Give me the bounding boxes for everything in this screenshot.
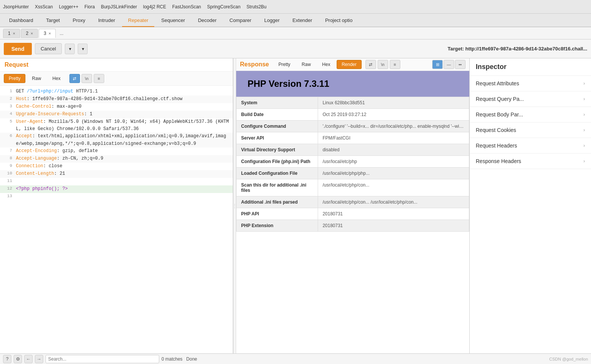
inspector-section[interactable]: Request Headers› xyxy=(470,138,591,154)
nav-repeater[interactable]: Repeater xyxy=(122,14,154,27)
search-input[interactable] xyxy=(45,355,159,363)
plugin-xssscan[interactable]: XssScan xyxy=(35,4,53,9)
nav-sequencer[interactable]: Sequencer xyxy=(155,14,191,27)
tab-bar: 1 × 2 × 3 × ... xyxy=(0,27,591,39)
php-table-row: Build DateOct 25 2019 03:27:12 xyxy=(237,109,469,121)
watermark: CSDN @god_mellon xyxy=(549,357,588,361)
tab-2-close[interactable]: × xyxy=(31,31,33,36)
bottom-bar: ? ⚙ ← → 0 matches Done CSDN @god_mellon xyxy=(0,353,591,364)
php-table-key: Virtual Directory Support xyxy=(237,144,318,156)
response-format-icon[interactable]: ⇄ xyxy=(365,60,376,69)
inspector-section[interactable]: Request Body Par...› xyxy=(470,107,591,122)
inspector-section[interactable]: Response Headers› xyxy=(470,154,591,169)
request-code-area[interactable]: 1GET /?url=php://input HTTP/1.12Host: 1f… xyxy=(0,86,233,353)
response-tab-hex[interactable]: Hex xyxy=(317,60,335,69)
repeater-tab-1[interactable]: 1 × xyxy=(3,29,20,38)
code-line: 8Accept-Language: zh-CN, zh;q=0.9 xyxy=(0,155,233,163)
php-table-value: disabled xyxy=(318,144,469,156)
php-table-key: PHP API xyxy=(237,208,318,220)
prev-match-icon[interactable]: ← xyxy=(24,355,33,363)
php-table-value: /usr/local/etc/php/php... xyxy=(318,168,469,179)
nav-back-button[interactable]: ▾ xyxy=(65,44,75,54)
line-content: User-Agent: Mozilla/5.0 (Windows NT 10.0… xyxy=(16,118,230,133)
code-line: 9Connection: close xyxy=(0,163,233,170)
nav-decoder[interactable]: Decoder xyxy=(192,14,223,27)
toggle-horizontal-view[interactable]: — xyxy=(444,60,454,69)
code-line: 11 xyxy=(0,178,233,185)
chevron-right-icon: › xyxy=(583,81,585,86)
inspector-section[interactable]: Request Attributes› xyxy=(470,76,591,91)
repeater-tab-2[interactable]: 2 × xyxy=(21,29,38,38)
line-content: Accept-Language: zh-CN, zh;q=0.9 xyxy=(16,155,103,163)
nav-extender[interactable]: Extender xyxy=(287,14,318,27)
inspector-section[interactable]: Request Query Pa...› xyxy=(470,91,591,107)
tab-2-label: 2 xyxy=(26,31,28,36)
inspector-section-label: Request Query Pa... xyxy=(476,96,524,102)
php-table-row: Scan this dir for additional .ini files/… xyxy=(237,179,469,196)
drag-handle[interactable]: ⋮ xyxy=(233,58,236,353)
request-menu-icon[interactable]: ≡ xyxy=(94,74,104,83)
inspector-section[interactable]: Request Cookies› xyxy=(470,122,591,138)
repeater-tab-3[interactable]: 3 × xyxy=(39,29,56,38)
nav-dashboard[interactable]: Dashboard xyxy=(3,14,39,27)
inspector-section-label: Request Body Par... xyxy=(476,111,523,118)
code-line: 7Accept-Encoding: gzip, deflate xyxy=(0,147,233,155)
render-view: PHP Version 7.3.11 SystemLinux 628bbc38d… xyxy=(236,71,469,353)
php-table-row: Configure Command'./configure' '--build=… xyxy=(237,121,469,132)
nav-target[interactable]: Target xyxy=(40,14,66,27)
plugin-loggerpp[interactable]: Logger++ xyxy=(59,4,78,9)
response-tab-render[interactable]: Render xyxy=(337,60,361,69)
php-table-row: Configuration File (php.ini) Path/usr/lo… xyxy=(237,156,469,168)
plugin-springcorescan[interactable]: SpringCoreScan xyxy=(207,4,240,9)
nav-bar: Dashboard Target Proxy Intruder Repeater… xyxy=(0,14,591,27)
plugin-burpjslinkfinder[interactable]: BurpJSLinkFinder xyxy=(101,4,137,9)
nav-logger[interactable]: Logger xyxy=(258,14,285,27)
tab-3-close[interactable]: × xyxy=(49,31,51,36)
request-tab-pretty[interactable]: Pretty xyxy=(4,74,25,83)
line-number: 7 xyxy=(3,147,12,155)
inspector-section-label: Request Attributes xyxy=(476,80,519,86)
line-number: 2 xyxy=(3,96,12,103)
tab-more[interactable]: ... xyxy=(56,29,66,38)
php-info-table: SystemLinux 628bbc38d551Build DateOct 25… xyxy=(236,97,469,232)
help-icon[interactable]: ? xyxy=(3,355,11,363)
response-newline-icon[interactable]: \n xyxy=(378,60,388,69)
request-tab-raw[interactable]: Raw xyxy=(27,74,46,83)
nav-back-dropdown[interactable]: ▾ xyxy=(69,46,71,52)
chevron-right-icon: › xyxy=(583,127,585,133)
request-tab-hex[interactable]: Hex xyxy=(47,74,65,83)
settings-icon[interactable]: ⚙ xyxy=(14,355,22,363)
line-number: 10 xyxy=(3,170,12,178)
code-line: 12<?php phpinfo(); ?> xyxy=(0,185,233,193)
plugin-fiora[interactable]: Fiora xyxy=(85,4,95,9)
cancel-button[interactable]: Cancel xyxy=(35,43,61,54)
send-button[interactable]: Send xyxy=(4,43,32,55)
plugin-struts2bu[interactable]: Struts2Bu xyxy=(246,4,266,9)
nav-forward-dropdown[interactable]: ▾ xyxy=(82,46,84,52)
toggle-vertical-view[interactable]: ▪▪ xyxy=(455,60,466,69)
request-format-icon[interactable]: ⇄ xyxy=(69,74,80,83)
php-table-key: System xyxy=(237,97,318,109)
nav-comparer[interactable]: Comparer xyxy=(223,14,257,27)
code-line: 13 xyxy=(0,193,233,201)
nav-project-options[interactable]: Project optio xyxy=(319,14,359,27)
tab-1-close[interactable]: × xyxy=(13,31,15,36)
response-menu-icon[interactable]: ≡ xyxy=(390,60,400,69)
nav-proxy[interactable]: Proxy xyxy=(67,14,91,27)
plugin-log4j2[interactable]: log4j2 RCE xyxy=(143,4,166,9)
nav-intruder[interactable]: Intruder xyxy=(92,14,121,27)
response-tab-pretty[interactable]: Pretty xyxy=(273,60,295,69)
toolbar: Send Cancel ▾ ▾ Target: http://1ffe697e-… xyxy=(0,39,591,58)
response-tab-raw[interactable]: Raw xyxy=(297,60,316,69)
next-match-icon[interactable]: → xyxy=(35,355,43,363)
plugin-jsonphunter[interactable]: JsonpHunter xyxy=(3,4,29,9)
inspector-section-label: Request Headers xyxy=(476,143,517,149)
nav-forward-button[interactable]: ▾ xyxy=(78,44,88,54)
toggle-split-view[interactable]: ⊞ xyxy=(432,60,443,69)
request-newline-icon[interactable]: \n xyxy=(82,74,92,83)
plugin-fastjsonscan[interactable]: FastJsonScan xyxy=(172,4,201,9)
status-text: Done xyxy=(186,356,197,362)
php-table-row: Virtual Directory Supportdisabled xyxy=(237,144,469,156)
response-header-row: Response Pretty Raw Hex Render ⇄ \n ≡ ⊞ … xyxy=(236,58,469,71)
line-content: Host: 1ffe697e-987a-4286-9d14-32abe70c8f… xyxy=(16,96,182,103)
